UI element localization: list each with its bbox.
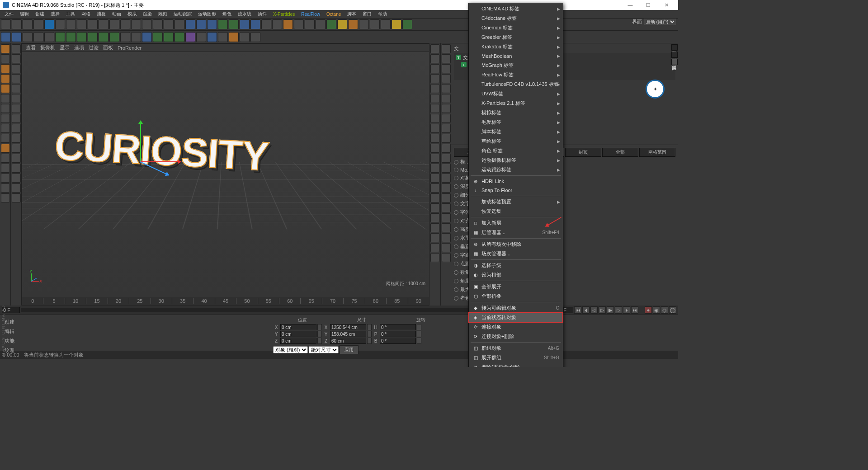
tool-button[interactable] (23, 32, 33, 42)
tool-button[interactable] (99, 32, 108, 42)
tool-button[interactable] (305, 19, 315, 29)
menu-动画[interactable]: 动画 (109, 10, 124, 18)
tool-button[interactable] (131, 19, 141, 29)
key-options-button[interactable]: ◎ (661, 306, 668, 314)
tool-button[interactable] (12, 64, 21, 73)
tool-button[interactable] (88, 19, 98, 29)
tool-button[interactable] (23, 19, 33, 29)
tool-button[interactable] (77, 32, 87, 42)
tool-button[interactable] (33, 32, 43, 42)
tool-button[interactable] (430, 193, 439, 202)
tool-button[interactable] (196, 32, 206, 42)
tool-button[interactable] (442, 154, 451, 163)
menu-item[interactable]: MoGraph 标签▶ (469, 61, 563, 70)
tool-button[interactable] (1, 64, 10, 73)
menu-item[interactable]: ⊕HDRI Link (469, 177, 563, 186)
rot-h[interactable] (380, 324, 416, 330)
tool-button[interactable] (430, 64, 439, 73)
side-tab[interactable]: 属性 (671, 59, 678, 65)
tool-button[interactable] (402, 19, 412, 29)
tool-button[interactable] (33, 19, 43, 29)
menu-item[interactable]: ▦场次管理器... (469, 249, 563, 258)
tool-button[interactable] (12, 44, 21, 53)
menu-item[interactable]: ▢全部折叠 (469, 291, 563, 301)
tool-button[interactable] (175, 19, 184, 29)
gizmo-y-axis[interactable] (140, 121, 141, 161)
tool-button[interactable] (442, 134, 451, 143)
tool-button[interactable] (164, 32, 174, 42)
tool-button[interactable] (1, 104, 10, 113)
menu-item[interactable]: UVW标签▶ (469, 89, 563, 99)
play-back-button[interactable]: ▷ (599, 306, 606, 314)
side-tab[interactable]: 对象 (671, 52, 678, 58)
rot-b[interactable] (380, 338, 416, 344)
tool-button[interactable] (430, 233, 439, 242)
tool-button[interactable] (348, 19, 358, 29)
minimize-button[interactable]: — (621, 0, 639, 10)
tool-button[interactable] (12, 154, 21, 163)
tool-button[interactable] (1, 94, 10, 103)
menu-渲染[interactable]: 渲染 (140, 10, 155, 18)
viewport[interactable]: 查看摄像机显示选项过滤面板ProRender 透视视图 CURIOSITY YX… (22, 43, 429, 306)
menu-item[interactable]: ↓Snap To Floor (469, 186, 563, 195)
tool-button[interactable] (442, 64, 451, 73)
tool-button[interactable] (12, 114, 21, 123)
attr-tab[interactable]: 全部 (602, 148, 638, 157)
menu-item[interactable]: ▣全部展开 (469, 282, 563, 291)
menu-item[interactable]: ◈当前状态转对象 (469, 313, 563, 322)
vp-tab[interactable]: 过滤 (89, 44, 99, 51)
tool-button[interactable] (12, 94, 21, 103)
tool-button[interactable] (430, 164, 439, 173)
tool-button[interactable] (359, 19, 369, 29)
coord-mode-select[interactable]: 对象 (相对) (273, 346, 308, 353)
tool-button[interactable] (442, 44, 451, 53)
tool-button[interactable] (442, 54, 451, 63)
tool-button[interactable] (442, 223, 451, 232)
tool-button[interactable] (131, 32, 141, 42)
tool-button[interactable] (218, 19, 228, 29)
tool-button[interactable] (337, 19, 347, 29)
obj-tab[interactable]: 文 (454, 45, 459, 52)
vp-tab[interactable]: 面板 (103, 44, 113, 51)
menu-捕捉[interactable]: 捕捉 (94, 10, 108, 18)
tool-button[interactable] (430, 223, 439, 232)
size-z[interactable] (330, 338, 366, 344)
menu-脚本[interactable]: 脚本 (344, 10, 359, 18)
prev-key-button[interactable]: ⏴ (582, 306, 590, 314)
tool-button[interactable] (442, 233, 451, 242)
tool-button[interactable] (430, 183, 439, 193)
tool-button[interactable] (1, 44, 10, 53)
menu-item[interactable]: 角色 标签▶ (469, 146, 563, 155)
pos-z[interactable] (280, 338, 316, 344)
tool-button[interactable] (430, 253, 439, 262)
prev-frame-button[interactable]: ◁ (590, 306, 598, 314)
goto-start-button[interactable]: ⏮ (574, 306, 581, 314)
gizmo-x-axis[interactable] (140, 161, 181, 162)
menu-item[interactable]: ▦层管理器...Shift+F4 (469, 228, 563, 237)
tool-button[interactable] (77, 19, 87, 29)
tool-button[interactable] (430, 203, 439, 212)
tool-button[interactable] (442, 84, 451, 93)
tool-button[interactable] (1, 174, 10, 183)
tool-button[interactable] (442, 114, 451, 123)
menu-item[interactable]: ◑选择子级 (469, 261, 563, 270)
tool-button[interactable] (12, 104, 21, 113)
tool-button[interactable] (1, 193, 10, 202)
next-key-button[interactable]: ⏵ (623, 306, 630, 314)
tool-button[interactable] (142, 32, 152, 42)
menu-item[interactable]: 运动跟踪标签▶ (469, 165, 563, 174)
viewport-canvas[interactable]: CURIOSITY YX 网格间距 : 1000 cm (22, 52, 429, 297)
tool-button[interactable] (326, 19, 336, 29)
tool-button[interactable] (430, 154, 439, 163)
tool-button[interactable] (109, 19, 119, 29)
tool-button[interactable] (430, 44, 439, 53)
menu-item[interactable]: 加载标签预置▶ (469, 197, 563, 207)
menu-item[interactable]: ◫展开群组Shift+G (469, 353, 563, 362)
bottom-tab[interactable]: 编辑 (3, 327, 61, 336)
menu-item[interactable]: MeshBoolean▶ (469, 52, 563, 61)
tool-button[interactable] (1, 183, 10, 193)
tool-button[interactable] (229, 32, 239, 42)
tool-button[interactable] (109, 32, 119, 42)
vp-tab[interactable]: 摄像机 (40, 44, 55, 51)
menu-item[interactable]: Krakatoa 标签▶ (469, 42, 563, 52)
